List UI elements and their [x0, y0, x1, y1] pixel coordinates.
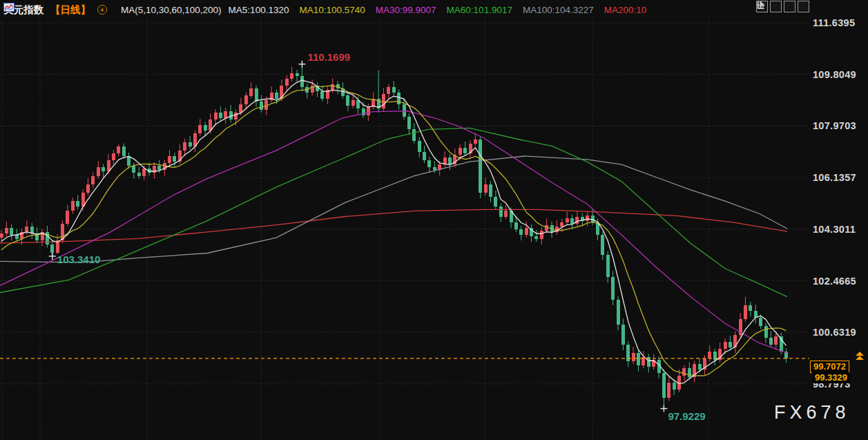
- ma-value: MA200:10: [604, 5, 647, 15]
- prev-price-tag: 99.3329: [812, 372, 850, 383]
- price-line-marker-icon: [856, 352, 864, 360]
- ma-value: MA30:99.9007: [376, 5, 436, 15]
- ma-value: MA10:100.5740: [299, 5, 365, 15]
- ma200-line: [0, 209, 787, 243]
- ma-value: MA5:100.1320: [229, 5, 289, 15]
- ma-values-list: MA5:100.1320MA10:100.5740MA30:99.9007MA6…: [229, 5, 647, 15]
- chart-toolbar: [756, 1, 809, 12]
- axis-play-icon[interactable]: [784, 1, 795, 12]
- last-price-tag: 99.7072: [810, 361, 849, 373]
- ma100-line: [0, 156, 787, 262]
- timeframe-label[interactable]: 【日线】: [50, 3, 90, 17]
- price-axis-label: 111.6395: [813, 17, 855, 28]
- candlestick-chart[interactable]: [0, 0, 868, 440]
- price-axis-label: 100.6319: [813, 327, 856, 338]
- ma-settings-label[interactable]: MA(5,10,30,60,100,200): [121, 5, 222, 15]
- chart-window: FX678 美元指数 【日线】 + MA(5,10,30,60,100,200)…: [0, 0, 868, 440]
- high-price-annotation: 110.1699: [307, 51, 350, 63]
- price-axis-label: 104.3011: [813, 224, 856, 235]
- axis-arrow-icon[interactable]: [798, 1, 809, 12]
- price-axis-label: 109.8049: [813, 69, 856, 80]
- price-axis-label: 107.9703: [813, 120, 856, 131]
- add-indicator-icon[interactable]: +: [97, 5, 107, 15]
- ma-value: MA100:104.3227: [523, 5, 594, 15]
- price-axis-label: 102.4665: [813, 276, 856, 287]
- low-price-annotation: 97.9229: [668, 410, 705, 422]
- ma-value: MA60:101.9017: [447, 5, 512, 15]
- axis-candle-icon[interactable]: [770, 1, 782, 12]
- swing-low-annotation: 103.3410: [57, 254, 101, 265]
- price-axis-label: 106.1357: [813, 172, 856, 183]
- chart-header: 美元指数 【日线】 + MA(5,10,30,60,100,200) MA5:1…: [3, 3, 868, 17]
